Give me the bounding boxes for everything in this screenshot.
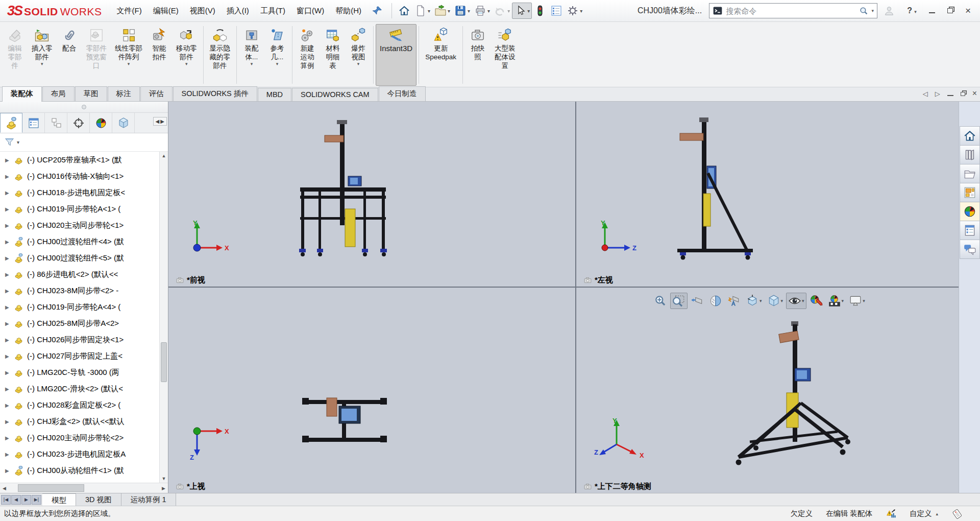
expand-arrow-icon[interactable]: ▶	[5, 370, 10, 375]
expand-arrow-icon[interactable]: ▶	[5, 419, 10, 424]
ribbon-button-reference-geometry[interactable]: 参考几...▾	[264, 24, 290, 86]
dropdown-caret-icon[interactable]: ▾	[580, 8, 582, 14]
panel-splitter[interactable]	[0, 102, 168, 113]
ribbon-button-move-component[interactable]: 移动零部件▾	[172, 24, 201, 86]
tree-item[interactable]: ▶(-) CHJ023-8M同步带<2> -	[0, 282, 168, 299]
tree-item[interactable]: ▶(-) CHJ018-步进电机固定板<	[0, 184, 168, 201]
ribbon-button-update-speedpak[interactable]: 更新Speedpak	[421, 24, 460, 86]
tree-item[interactable]: ▶(-) CHJ025-8M同步带A<2>	[0, 315, 168, 331]
zoom-fit-icon[interactable]	[652, 293, 669, 309]
expand-arrow-icon[interactable]: ▶	[5, 239, 10, 245]
command-tab[interactable]: 标注	[108, 86, 140, 101]
expand-arrow-icon[interactable]: ▶	[5, 321, 10, 326]
model-tab[interactable]: 运动算例 1	[121, 493, 176, 506]
dropdown-caret-icon[interactable]: ▾	[276, 61, 279, 66]
expand-arrow-icon[interactable]: ▶	[5, 402, 10, 408]
custom-status-dropdown[interactable]: 自定义▴	[910, 509, 938, 518]
model-tab[interactable]: 3D 视图	[76, 493, 121, 506]
cam-tab[interactable]	[112, 113, 135, 133]
viewport-isometric[interactable]: ▾▾▾▾▾	[576, 288, 959, 493]
ribbon-button-smart-fasteners[interactable]: 智能扣件	[146, 24, 172, 86]
tree-item[interactable]: ▶(-) CHJ00过渡轮组件<5> (默	[0, 250, 168, 266]
dropdown-caret-icon[interactable]: ▾	[760, 298, 762, 303]
expand-arrow-icon[interactable]: ▶	[5, 386, 10, 392]
expand-arrow-icon[interactable]: ▶	[5, 157, 10, 163]
expand-arrow-icon[interactable]: ▶	[5, 353, 10, 359]
menubar-item[interactable]: 帮助(H)	[330, 3, 367, 19]
tree-item[interactable]: ▶(-) CHJ026同步带固定块<1>	[0, 331, 168, 348]
ribbon-button-motion-study[interactable]: 新建运动算例	[295, 24, 320, 86]
dropdown-caret-icon[interactable]: ▾	[863, 298, 865, 303]
view-palette-icon[interactable]	[960, 183, 980, 202]
ribbon-button-snapshot[interactable]: 拍快照	[465, 24, 491, 86]
dropdown-caret-icon[interactable]: ▾	[487, 8, 490, 14]
user-account-icon[interactable]	[877, 3, 901, 18]
tree-vertical-scrollbar[interactable]: ▲ ▼	[159, 152, 168, 483]
options-list-icon[interactable]	[548, 3, 565, 19]
tree-item[interactable]: ▶(-) LMG20C-滑块<2> (默认<	[0, 381, 168, 397]
search-dropdown-caret[interactable]: ▾	[872, 8, 874, 13]
command-tab[interactable]: SOLIDWORKS 插件	[173, 86, 257, 101]
restore-button[interactable]	[941, 4, 959, 17]
viewport-front[interactable]: Y X *前视	[168, 102, 575, 287]
expand-arrow-icon[interactable]: ▶	[5, 174, 10, 179]
new-document-icon[interactable]: ▾	[412, 3, 432, 19]
expand-arrow-icon[interactable]: ▶	[5, 255, 10, 261]
menubar-item[interactable]: 视图(V)	[184, 3, 221, 19]
command-tab[interactable]: 评估	[140, 86, 173, 101]
doc-restore-icon[interactable]	[961, 90, 965, 98]
tree-item[interactable]: ▶(-) CHJ023-步进电机固定板A	[0, 446, 168, 462]
ribbon-button-exploded-view[interactable]: 爆炸视图▾	[346, 24, 371, 86]
expand-arrow-icon[interactable]: ▶	[5, 206, 10, 212]
dropdown-caret-icon[interactable]: ▾	[357, 61, 360, 66]
tree-item[interactable]: ▶(-) CHJ019-同步带轮A<1> (	[0, 201, 168, 217]
panel-tabs-scroll-left-icon[interactable]: ◀	[156, 119, 160, 124]
filter-funnel-icon[interactable]	[4, 137, 15, 148]
expand-arrow-icon[interactable]: ▶	[5, 190, 10, 196]
custom-properties-icon[interactable]	[960, 221, 980, 240]
dynamic-annotation-icon[interactable]	[725, 293, 743, 309]
scroll-left-icon[interactable]: ◀	[0, 486, 9, 491]
help-button[interactable]: ? ▾	[901, 4, 923, 17]
dropdown-caret-icon[interactable]: ▾	[507, 8, 510, 14]
apply-scene-icon[interactable]: ▾	[826, 293, 846, 309]
featuremanager-tree-tab[interactable]	[0, 113, 22, 133]
hscroll-thumb[interactable]	[18, 484, 84, 492]
dropdown-caret-icon[interactable]: ▾	[251, 61, 253, 66]
dropdown-caret-icon[interactable]: ▾	[41, 61, 43, 66]
ribbon-button-large-assembly[interactable]: 大型装配体设置	[491, 24, 520, 86]
display-style-icon[interactable]: ▾	[765, 293, 786, 309]
dropdown-caret-icon[interactable]: ▾	[468, 8, 470, 14]
ribbon-button-show-hidden[interactable]: 显示隐藏的零部件	[206, 24, 235, 86]
dropdown-caret-icon[interactable]: ▾	[781, 298, 783, 303]
search-input[interactable]	[726, 7, 855, 15]
pin-menu-icon[interactable]	[372, 6, 382, 16]
edit-appearance-icon[interactable]	[807, 293, 825, 309]
command-tab[interactable]: SOLIDWORKS CAM	[292, 88, 378, 101]
dropdown-caret-icon[interactable]: ▾	[842, 298, 844, 303]
viewport-top[interactable]: X Z *上视	[168, 288, 575, 493]
doc-minimize-icon[interactable]	[947, 90, 953, 98]
scroll-down-icon[interactable]: ▼	[162, 475, 166, 483]
tree-item[interactable]: ▶(-) CHJ00过渡轮组件<4> (默	[0, 233, 168, 250]
command-tab[interactable]: MBD	[258, 88, 291, 101]
close-button[interactable]: ×	[959, 3, 977, 18]
taskpane-home-icon[interactable]	[960, 126, 980, 146]
settings-gear-icon[interactable]: ▾	[565, 3, 584, 19]
tree-item[interactable]: ▶(-) UCP205带座轴承<1> (默	[0, 152, 168, 168]
viewport-left[interactable]: Y Z *左视	[576, 102, 959, 287]
dropdown-caret-icon[interactable]: ▾	[185, 61, 188, 66]
expand-arrow-icon[interactable]: ▶	[5, 435, 10, 441]
menubar-item[interactable]: 编辑(E)	[148, 3, 184, 19]
scroll-right-icon[interactable]: ▶	[159, 486, 168, 491]
tree-item[interactable]: ▶(-) CHJ020主动同步带轮<1>	[0, 217, 168, 233]
command-tab[interactable]: 装配体	[2, 86, 42, 102]
ribbon-button-instant3d[interactable]: Instant3D	[376, 24, 416, 86]
section-view-icon[interactable]	[707, 293, 724, 309]
expand-arrow-icon[interactable]: ▶	[5, 468, 10, 473]
ribbon-button-linear-pattern[interactable]: 线性零部件阵列▾	[111, 24, 146, 86]
vscroll-thumb[interactable]	[161, 342, 167, 382]
dropdown-caret-icon[interactable]: ▾	[527, 8, 530, 14]
expand-arrow-icon[interactable]: ▶	[5, 272, 10, 277]
dropdown-caret-icon[interactable]: ▾	[802, 298, 804, 303]
